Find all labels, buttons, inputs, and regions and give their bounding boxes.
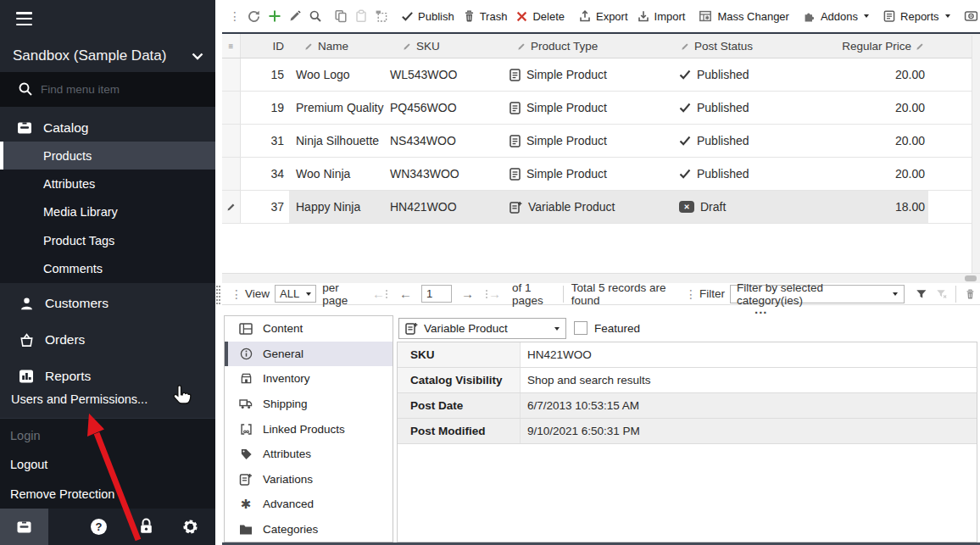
first-page-button[interactable]: ← [372,286,387,301]
table-row[interactable]: 15 Woo Logo WL543WOO Simple Product Publ… [222,58,980,92]
tab-linked-products[interactable]: Linked Products [225,416,393,442]
tab-shipping[interactable]: Shipping [225,392,393,417]
import-button[interactable]: Import [632,7,690,25]
column-header-regular-price[interactable]: Regular Price [837,34,928,58]
last-page-button[interactable]: → [486,286,501,301]
plus-icon [268,9,281,23]
mass-changer-button[interactable]: Mass Changer [694,7,793,25]
paste-special-button[interactable] [371,7,392,25]
addons-button[interactable]: Addons [799,7,873,25]
per-page-select[interactable]: ALL [275,285,316,303]
tab-attributes[interactable]: Attributes [225,442,393,467]
hamburger-menu-icon[interactable] [16,12,32,29]
per-page-suffix: per page [322,281,359,307]
table-row[interactable]: 31 Ninja Silhouette NS434WOO Simple Prod… [222,125,980,158]
tab-variations[interactable]: Variations [225,466,393,492]
tab-general[interactable]: General [225,342,393,367]
paste-button[interactable] [351,7,371,25]
next-page-button[interactable]: → [461,286,474,301]
cell-id: 37 [241,191,289,223]
publish-button[interactable]: Publish [397,8,459,25]
sidebar-item-orders[interactable]: Orders [0,325,215,355]
caret-down-icon [554,327,560,331]
detail-value[interactable]: 6/7/2013 10:53:15 AM [521,393,977,418]
annotation-arrow [72,409,153,545]
variable-product-icon [509,201,522,214]
paste-special-icon [375,9,388,23]
tag-icon [240,448,253,460]
column-header-sku[interactable]: SKU [387,34,502,58]
detail-value[interactable]: Shop and search results [521,368,977,392]
column-header-product-type[interactable]: Product Type [502,34,667,58]
content-icon [239,323,253,335]
featured-checkbox[interactable] [574,321,587,335]
product-type-select[interactable]: Variable Product [398,318,566,339]
simple-product-icon [509,69,521,81]
sidebar-item-product-tags[interactable]: Product Tags [0,226,215,254]
table-row[interactable]: 19 Premium Quality PQ456WOO Simple Produ… [222,92,980,125]
detail-value[interactable]: HN421WOO [521,342,977,367]
search-input[interactable] [41,80,202,98]
tab-content[interactable]: Content [225,316,393,342]
editing-pencil-icon [226,202,237,212]
tab-label: Linked Products [263,423,345,436]
add-button[interactable] [264,7,285,25]
sidebar-item-comments[interactable]: Comments [0,255,215,283]
column-header-name[interactable]: Name [289,34,387,58]
store-icon [240,372,253,385]
settings-gear-button[interactable] [181,518,199,536]
trash-button[interactable]: Trash [459,7,512,25]
view-button[interactable]: View [960,7,980,25]
copy-button[interactable] [331,7,351,25]
filter-grip-icon[interactable]: ⋮ [685,287,696,301]
tab-categories[interactable]: Categories [225,517,393,542]
toolbar-grip-icon[interactable]: ⋮ [229,9,240,23]
eye-icon [964,9,978,23]
export-button[interactable]: Export [574,7,632,25]
row-gutter [222,158,241,190]
category-filter-select[interactable]: Filter by selected category(ies) [730,285,905,303]
check-icon [401,10,414,22]
sidebar-item-attributes[interactable]: Attributes [0,170,215,197]
pager-grip-icon[interactable]: ⋮ [231,287,242,301]
clear-filter-button[interactable] [936,287,948,301]
sidebar-item-logout[interactable]: Logout [10,458,47,471]
panel-splitter-handle[interactable] [216,286,220,304]
refresh-button[interactable] [243,7,264,26]
table-row-selected[interactable]: 37 Happy Ninja HN421WOO Variable Product… [222,191,980,224]
cell-status: Published [667,125,837,157]
edit-button[interactable] [285,7,305,25]
sidebar-item-catalog[interactable]: Catalog [0,114,215,142]
column-header-post-status[interactable]: Post Status [667,34,837,58]
cursor-pointer [171,384,193,409]
clear-records-trash-button[interactable] [965,287,976,301]
x-icon: ✕ [683,203,689,211]
previous-page-button[interactable]: ← [399,286,412,301]
tab-advanced[interactable]: ✱Advanced [225,492,393,517]
sidebar-item-customers[interactable]: Customers [0,288,215,319]
tab-inventory[interactable]: Inventory [225,366,393,392]
users-and-permissions-tooltip[interactable]: Users and Permissions... [11,392,148,406]
detail-label: Post Modified [398,419,521,443]
reports-button[interactable]: Reports [878,7,955,25]
vertical-scrollbar[interactable] [972,36,980,275]
table-row[interactable]: 34 Woo Ninja WN343WOO Simple Product Pub… [222,158,980,191]
detail-value[interactable]: 9/10/2021 6:50:31 PM [521,419,977,443]
sidebar-search[interactable] [0,72,215,107]
catalog-submenu: Products Attributes Media Library Produc… [0,142,215,283]
column-header-id[interactable]: ID [241,34,289,58]
grid-header-gutter[interactable]: ≡ [222,34,241,58]
delete-button[interactable]: Delete [511,8,569,25]
store-selector[interactable]: Sandbox (Sample Data) [0,44,215,71]
pencil-icon [403,42,412,51]
publish-label: Publish [418,10,454,23]
search-button[interactable] [305,7,326,25]
import-label: Import [654,10,686,23]
scrollbar-thumb[interactable] [965,275,977,281]
sidebar-item-media-library[interactable]: Media Library [0,198,215,226]
sidebar-item-products[interactable]: Products [0,142,215,170]
refresh-icon [247,9,261,24]
overflow-dots[interactable]: ... [754,302,768,316]
apply-filter-button[interactable] [916,287,927,301]
page-number-input[interactable] [421,285,452,303]
